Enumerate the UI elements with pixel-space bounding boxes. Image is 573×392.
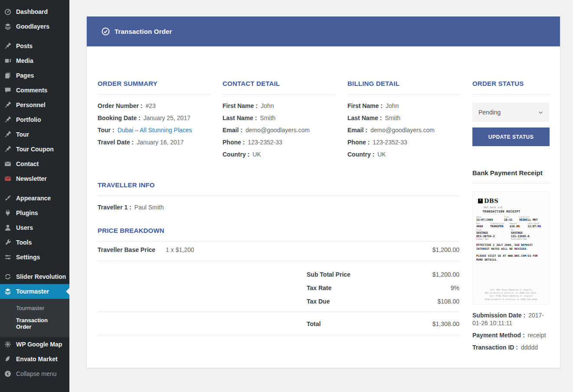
sidebar-item-label: Contact — [16, 160, 39, 167]
sidebar-item-tourmaster[interactable]: Tourmaster — [0, 284, 69, 299]
check-circle-icon — [101, 27, 110, 36]
sidebar-item-label: Slider Revolution — [16, 273, 66, 280]
sidebar-item-label: Pages — [16, 72, 34, 79]
field-label: Order Number : — [98, 102, 142, 109]
receipt-row-labels: Ledger Bal Available Bal — [476, 238, 546, 240]
field-value: UK — [252, 151, 261, 158]
sidebar-item-posts[interactable]: Posts — [0, 39, 69, 53]
field-label: First Name : — [347, 102, 383, 109]
sidebar-item-wp-google-map[interactable]: WP Google Map — [0, 337, 69, 352]
order-status-select[interactable]: Pending — [472, 103, 550, 122]
first-name-row: First Name :John — [347, 103, 459, 109]
receipt-footer: Call DBS Phone Banking or enquire DBS pr… — [476, 288, 546, 301]
line-item-amount: $1,200.00 — [432, 246, 459, 253]
divider — [347, 94, 459, 95]
receipt-notice: PLEASE VISIT US AT WWW.DBS.COM/SG FOR MO… — [476, 254, 546, 262]
sidebar-item-slider-revolution[interactable]: Slider Revolution — [0, 269, 69, 284]
dbs-logo: * DBS — [478, 198, 546, 204]
sidebar-item-label: Users — [16, 224, 33, 231]
divider — [98, 196, 459, 196]
panel-title: Transaction Order — [115, 28, 172, 35]
traveller-row: Traveller 1 :Paul Smith — [98, 204, 459, 211]
email-row: Email :demo@goodlayers.com — [347, 127, 459, 134]
collapse-menu-button[interactable]: Collapse menu — [0, 366, 69, 381]
sidebar-item-envato-market[interactable]: Envato Market — [0, 352, 69, 366]
order-summary-section: ORDER SUMMARY Order Number :#23 Booking … — [98, 80, 210, 163]
sidebar-item-portfolio[interactable]: Portfolio — [0, 112, 69, 127]
sidebar-item-contact[interactable]: Contact — [0, 157, 69, 171]
sidebar-item-comments[interactable]: Comments — [0, 83, 69, 98]
field-value: demo@goodlayers.com — [246, 127, 310, 134]
sidebar-item-tools[interactable]: Tools — [0, 235, 69, 250]
receipt-row-values: 13/07/2009 18:31 REDHILL MRT — [476, 218, 546, 222]
receipt-footer-line: Call DBS Phone Banking or enquire — [476, 288, 546, 291]
receipt-footer-line: POSB products & services on 1800-339-666… — [476, 298, 546, 301]
receipt-value: 13/07/2009 — [476, 218, 504, 222]
phone-row: Phone :123-2352-33 — [347, 139, 459, 146]
sidebar-item-label: WP Google Map — [16, 341, 62, 348]
billing-detail-section: BILLING DETAIL First Name :John Last Nam… — [347, 80, 459, 163]
bank-receipt-image[interactable]: * DBS DBS Bank Ltd TRANSACTION RECEIPT D… — [472, 191, 550, 305]
submenu-item-tourmaster[interactable]: Tourmaster — [0, 302, 69, 314]
receipt-footer-line: DBS products & services on 1800-111-1111… — [476, 291, 546, 294]
collapse-arrow-icon — [3, 369, 12, 378]
price-line-item: Traveller Base Price 1 x $1,200 $1,200.0… — [98, 242, 459, 261]
refresh-icon — [3, 272, 12, 281]
bank-subtitle: DBS Bank Ltd — [484, 206, 546, 209]
receipt-value: 11/07/09 — [527, 225, 546, 228]
total-amount: $1,308.00 — [432, 320, 459, 327]
sidebar-item-label: Posts — [16, 42, 33, 49]
sidebar-item-pages[interactable]: Pages — [0, 68, 69, 83]
receipt-row-values: SAVINGS SAVINGS — [476, 231, 546, 235]
submenu-item-transaction-order[interactable]: Transaction Order — [0, 314, 69, 333]
sidebar-item-label: Appearance — [16, 195, 51, 202]
country-row: Country :UK — [347, 151, 459, 158]
field-label: Transaction ID : — [472, 344, 518, 351]
sidebar-item-label: Settings — [16, 254, 40, 261]
field-value: #23 — [145, 102, 155, 109]
pushpin-icon — [3, 42, 12, 50]
tax-due-label: Tax Due — [307, 298, 330, 305]
sidebar-item-label: Envato Market — [16, 356, 58, 363]
sidebar-item-label: Tour Coupon — [16, 146, 54, 153]
admin-content-area: Transaction Order ORDER SUMMARY Order Nu… — [69, 0, 573, 392]
sidebar-item-appearance[interactable]: Appearance — [0, 191, 69, 206]
sidebar-item-users[interactable]: Users — [0, 220, 69, 235]
field-value: 123-2352-33 — [373, 139, 407, 146]
field-label: Submission Date : — [472, 312, 525, 319]
pushpin-icon — [3, 145, 12, 154]
plug-icon — [3, 209, 12, 217]
sidebar-item-label: Tools — [16, 239, 32, 246]
tax-rate-row: Tax Rate 9% — [98, 284, 459, 291]
sidebar-item-label: Plugins — [16, 209, 38, 216]
tour-row: Tour :Dubai – All Stunning Places — [98, 127, 210, 134]
receipt-row-values: 4060 TRANSFER $10.00 11/07/09 — [476, 225, 546, 228]
sidebar-item-label: Goodlayers — [16, 23, 49, 30]
brush-icon — [3, 194, 12, 203]
receipt-notice: EFFECTIVE 1 JULY 2009, SGD DEPOSIT INTER… — [476, 243, 546, 251]
sidebar-item-tour[interactable]: Tour — [0, 127, 69, 142]
billing-detail-heading: BILLING DETAIL — [347, 80, 459, 87]
field-label: Email : — [347, 127, 367, 134]
sidebar-item-label: Personnel — [16, 101, 46, 108]
sidebar-item-goodlayers[interactable]: Goodlayers — [0, 19, 69, 34]
sidebar-item-dashboard[interactable]: Dashboard — [0, 4, 69, 19]
bank-receipt-section: Bank Payment Receipt * DBS DBS Bank Ltd … — [472, 170, 550, 351]
sidebar-item-personnel[interactable]: Personnel — [0, 98, 69, 112]
update-status-button[interactable]: UPDATE STATUS — [472, 127, 550, 146]
sidebar-item-tour-coupon[interactable]: Tour Coupon — [0, 142, 69, 157]
contact-detail-heading: CONTACT DETAIL — [223, 80, 334, 87]
sidebar-item-media[interactable]: Media — [0, 53, 69, 68]
sidebar-item-newsletter[interactable]: Newsletter — [0, 171, 69, 186]
sidebar-item-plugins[interactable]: Plugins — [0, 206, 69, 220]
sidebar-item-settings[interactable]: Settings — [0, 250, 69, 265]
receipt-value: 053-38754-3 — [476, 235, 511, 238]
receipt-value: 18:31 — [504, 218, 519, 222]
tour-link[interactable]: Dubai – All Stunning Places — [118, 127, 192, 134]
payment-meta-block: Submission Date :2017-01-26 10:11:11 Pay… — [472, 311, 550, 351]
field-label: First Name : — [223, 102, 258, 109]
receipt-row-values: 053-38754-3 131-13995-0 — [476, 235, 546, 238]
receipt-value: 4060 — [476, 225, 490, 228]
sidebar-item-label: Tour — [16, 131, 29, 138]
field-label: Phone : — [347, 139, 370, 146]
